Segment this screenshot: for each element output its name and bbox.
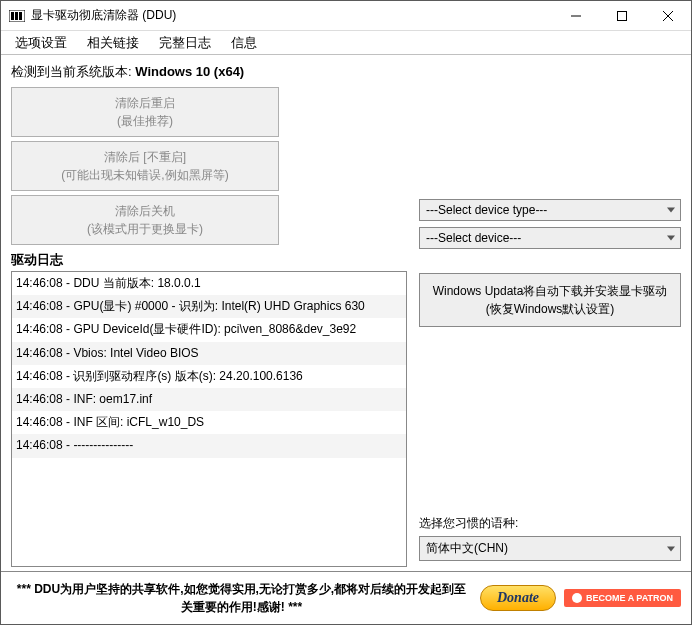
become-patron-button[interactable]: BECOME A PATRON <box>564 589 681 607</box>
button-line2: (该模式用于更换显卡) <box>16 220 274 238</box>
application-window: 显卡驱动彻底清除器 (DDU) 选项设置 相关链接 完整日志 信息 检测到当前系… <box>0 0 692 625</box>
patreon-icon <box>572 593 582 603</box>
log-row[interactable]: 14:46:08 - Vbios: Intel Video BIOS <box>12 342 406 365</box>
minimize-button[interactable] <box>553 1 599 30</box>
content-area: 检测到当前系统版本: Windows 10 (x64) 清除后重启 (最佳推荐)… <box>1 55 691 571</box>
device-select[interactable]: ---Select device--- <box>419 227 681 249</box>
svg-rect-2 <box>15 12 18 20</box>
system-version-prefix: 检测到当前系统版本: <box>11 64 135 79</box>
device-type-select-wrap: ---Select device type--- <box>419 199 681 221</box>
spacer <box>419 327 681 515</box>
log-listbox[interactable]: 14:46:08 - DDU 当前版本: 18.0.0.114:46:08 - … <box>11 271 407 567</box>
log-row[interactable]: 14:46:08 - INF 区间: iCFL_w10_DS <box>12 411 406 434</box>
menu-links[interactable]: 相关链接 <box>77 32 149 54</box>
window-title: 显卡驱动彻底清除器 (DDU) <box>31 7 553 24</box>
donate-button[interactable]: Donate <box>480 585 556 611</box>
log-row[interactable]: 14:46:08 - INF: oem17.inf <box>12 388 406 411</box>
svg-rect-3 <box>19 12 22 20</box>
language-select-wrap: 简体中文(CHN) <box>419 536 681 561</box>
close-button[interactable] <box>645 1 691 30</box>
button-line1: 清除后关机 <box>115 204 175 218</box>
device-select-wrap: ---Select device--- <box>419 227 681 249</box>
right-column: ---Select device type--- ---Select devic… <box>419 87 681 567</box>
device-type-select[interactable]: ---Select device type--- <box>419 199 681 221</box>
footer: *** DDU为用户坚持的共享软件,如您觉得实用,无论打赏多少,都将对后续的开发… <box>1 571 691 624</box>
button-line2: (最佳推荐) <box>16 112 274 130</box>
menu-full-log[interactable]: 完整日志 <box>149 32 221 54</box>
footer-text: *** DDU为用户坚持的共享软件,如您觉得实用,无论打赏多少,都将对后续的开发… <box>11 580 472 616</box>
button-line1: 清除后重启 <box>115 96 175 110</box>
main-row: 清除后重启 (最佳推荐) 清除后 [不重启] (可能出现未知错误,例如黑屏等) … <box>11 87 681 567</box>
clean-norestart-button[interactable]: 清除后 [不重启] (可能出现未知错误,例如黑屏等) <box>11 141 279 191</box>
clean-restart-button[interactable]: 清除后重启 (最佳推荐) <box>11 87 279 137</box>
svg-rect-5 <box>618 11 627 20</box>
language-label: 选择您习惯的语种: <box>419 515 681 532</box>
restore-line2: (恢复Windows默认设置) <box>426 300 674 318</box>
system-version-line: 检测到当前系统版本: Windows 10 (x64) <box>11 63 681 81</box>
log-row[interactable]: 14:46:08 - GPU DeviceId(显卡硬件ID): pci\ven… <box>12 318 406 341</box>
window-controls <box>553 1 691 30</box>
log-row[interactable]: 14:46:08 - DDU 当前版本: 18.0.0.1 <box>12 272 406 295</box>
button-line1: 清除后 [不重启] <box>104 150 186 164</box>
button-line2: (可能出现未知错误,例如黑屏等) <box>16 166 274 184</box>
restore-line1: Windows Updata将自动下载并安装显卡驱动 <box>433 284 668 298</box>
menu-options[interactable]: 选项设置 <box>5 32 77 54</box>
patron-label: BECOME A PATRON <box>586 593 673 603</box>
svg-rect-1 <box>11 12 14 20</box>
clean-shutdown-button[interactable]: 清除后关机 (该模式用于更换显卡) <box>11 195 279 245</box>
menu-info[interactable]: 信息 <box>221 32 267 54</box>
restore-windows-update-button[interactable]: Windows Updata将自动下载并安装显卡驱动 (恢复Windows默认设… <box>419 273 681 327</box>
log-header: 驱动日志 <box>11 251 407 269</box>
log-row[interactable]: 14:46:08 - 识别到驱动程序(s) 版本(s): 24.20.100.6… <box>12 365 406 388</box>
maximize-button[interactable] <box>599 1 645 30</box>
log-row[interactable]: 14:46:08 - --------------- <box>12 434 406 457</box>
system-version-value: Windows 10 (x64) <box>135 64 244 79</box>
app-icon <box>9 10 25 22</box>
titlebar: 显卡驱动彻底清除器 (DDU) <box>1 1 691 31</box>
left-column: 清除后重启 (最佳推荐) 清除后 [不重启] (可能出现未知错误,例如黑屏等) … <box>11 87 407 567</box>
menubar: 选项设置 相关链接 完整日志 信息 <box>1 31 691 55</box>
language-select[interactable]: 简体中文(CHN) <box>419 536 681 561</box>
log-row[interactable]: 14:46:08 - GPU(显卡) #0000 - 识别为: Intel(R)… <box>12 295 406 318</box>
